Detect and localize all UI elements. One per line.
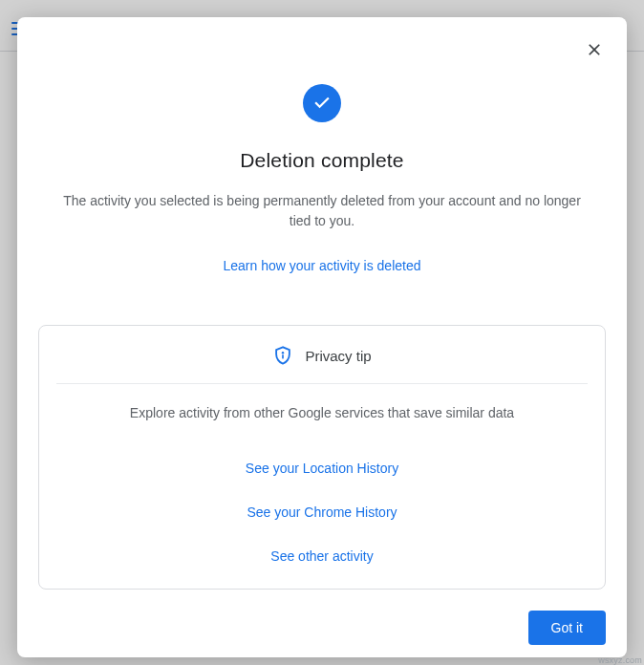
- close-icon: [585, 40, 604, 59]
- success-badge: [303, 84, 341, 122]
- close-button[interactable]: [577, 32, 612, 67]
- deletion-complete-dialog: Deletion complete The activity you selec…: [17, 17, 627, 657]
- check-icon: [311, 92, 333, 115]
- dialog-footer: Got it: [38, 590, 606, 645]
- dialog-title: Deletion complete: [240, 149, 404, 172]
- other-activity-link[interactable]: See other activity: [270, 548, 373, 564]
- card-header: Privacy tip: [56, 345, 588, 383]
- location-history-link[interactable]: See your Location History: [246, 461, 398, 476]
- privacy-tip-card: Privacy tip Explore activity from other …: [38, 325, 606, 590]
- watermark: wsxyz.com: [598, 655, 642, 665]
- divider: [56, 383, 588, 384]
- card-description: Explore activity from other Google servi…: [130, 405, 514, 420]
- card-title: Privacy tip: [305, 348, 371, 364]
- dialog-content: Deletion complete The activity you selec…: [38, 34, 606, 590]
- svg-point-0: [282, 352, 284, 354]
- got-it-button[interactable]: Got it: [528, 611, 606, 645]
- svg-rect-1: [283, 354, 285, 359]
- shield-icon: [272, 345, 293, 366]
- learn-link[interactable]: Learn how your activity is deleted: [224, 258, 421, 273]
- dialog-description: The activity you selected is being perma…: [54, 191, 590, 231]
- chrome-history-link[interactable]: See your Chrome History: [247, 504, 397, 520]
